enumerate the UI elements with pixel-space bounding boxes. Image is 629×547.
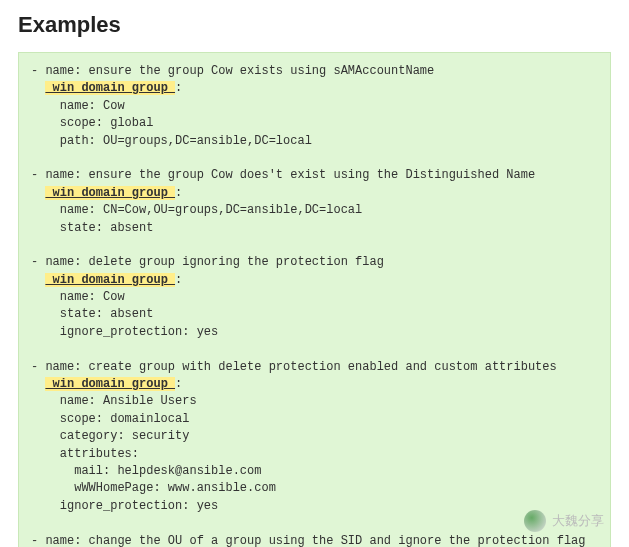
section-heading: Examples [18, 12, 611, 38]
watermark: 大魏分享 [524, 510, 604, 532]
yaml-code-block: - name: ensure the group Cow exists usin… [18, 52, 611, 547]
watermark-text: 大魏分享 [552, 512, 604, 530]
watermark-icon [524, 510, 546, 532]
